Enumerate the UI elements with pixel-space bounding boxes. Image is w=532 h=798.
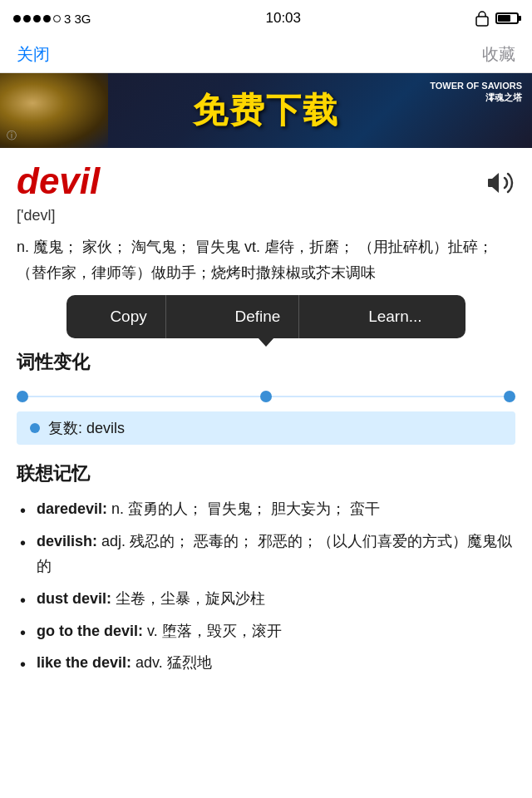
ad-banner[interactable]: 免费下载 TOWER OF SAVIORS 澪魂之塔 ⓘ	[0, 73, 532, 148]
ad-logo-line1: TOWER OF SAVIORS	[430, 80, 522, 91]
status-bar: 3 3G 10:03	[0, 0, 532, 37]
ad-logo: TOWER OF SAVIORS 澪魂之塔	[430, 80, 522, 104]
signal-dots	[13, 15, 61, 22]
ad-logo-line2: 澪魂之塔	[430, 91, 522, 103]
nav-bar: 关闭 收藏	[0, 37, 532, 73]
inflection-dot-right	[504, 391, 515, 402]
main-content: devil ['devl] n. 魔鬼； 家伙； 淘气鬼； 冒失鬼 vt. 虐待…	[0, 148, 532, 696]
close-button[interactable]: 关闭	[17, 43, 50, 66]
context-menu: Copy Define Learn...	[66, 295, 466, 338]
inflection-plural-label: 复数: devils	[48, 418, 125, 438]
memory-term-5: like the devil:	[37, 654, 131, 671]
carrier-label: 3 3G	[64, 12, 91, 26]
inflection-dot-center	[260, 391, 272, 402]
memory-list: daredevil: n. 蛮勇的人； 冒失鬼； 胆大妄为； 蛮干 devili…	[17, 496, 515, 676]
speaker-icon	[485, 177, 515, 203]
list-item: like the devil: adv. 猛烈地	[17, 650, 515, 676]
list-item: dust devil: 尘卷，尘暴，旋风沙柱	[17, 586, 515, 612]
memory-def-4: v. 堕落，毁灭，滚开	[147, 623, 282, 639]
battery-icon	[495, 12, 519, 24]
ad-text: 免费下载	[193, 87, 339, 134]
word-title: devil	[17, 161, 100, 201]
inflection-dot-left	[17, 391, 28, 402]
memory-term-3: dust devil:	[37, 590, 111, 607]
memory-def-2: adj. 残忍的； 恶毒的； 邪恶的；（以人们喜爱的方式）魔鬼似的	[37, 533, 512, 575]
phonetic: ['devl]	[17, 207, 515, 224]
memory-term-1: daredevil:	[37, 500, 107, 517]
memory-title: 联想记忆	[17, 461, 515, 486]
context-copy[interactable]: Copy	[91, 295, 165, 338]
inflection-title: 词性变化	[17, 350, 515, 375]
status-right	[475, 10, 519, 27]
lock-icon	[475, 10, 489, 27]
memory-def-5: adv. 猛烈地	[135, 654, 212, 671]
signal-dot-3	[33, 15, 41, 22]
battery-fill	[498, 15, 510, 22]
signal-dot-1	[13, 15, 21, 22]
memory-section: 联想记忆 daredevil: n. 蛮勇的人； 冒失鬼； 胆大妄为； 蛮干 d…	[17, 461, 515, 676]
memory-def-3: 尘卷，尘暴，旋风沙柱	[116, 590, 265, 607]
memory-term-4: go to the devil:	[37, 623, 143, 639]
memory-term-2: devilish:	[37, 533, 97, 549]
inflection-track	[17, 385, 515, 408]
ad-info: ⓘ	[7, 129, 17, 143]
status-left: 3 3G	[13, 12, 91, 26]
memory-def-1: n. 蛮勇的人； 冒失鬼； 胆大妄为； 蛮干	[111, 500, 380, 517]
signal-dot-4	[43, 15, 51, 22]
list-item: devilish: adj. 残忍的； 恶毒的； 邪恶的；（以人们喜爱的方式）魔…	[17, 529, 515, 579]
context-define[interactable]: Define	[216, 295, 299, 338]
speaker-button[interactable]	[485, 168, 515, 204]
signal-dot-2	[23, 15, 31, 22]
inflection-item: 复数: devils	[17, 411, 515, 445]
signal-dot-5	[53, 15, 61, 22]
time-label: 10:03	[265, 10, 301, 27]
context-menu-wrapper: Copy Define Learn...	[17, 295, 515, 338]
bookmark-button[interactable]: 收藏	[482, 43, 515, 66]
context-learn[interactable]: Learn...	[350, 295, 440, 338]
inflection-dot-inline	[30, 423, 40, 433]
svg-rect-0	[476, 17, 488, 26]
list-item: go to the devil: v. 堕落，毁灭，滚开	[17, 618, 515, 644]
list-item: daredevil: n. 蛮勇的人； 冒失鬼； 胆大妄为； 蛮干	[17, 496, 515, 522]
inflection-section: 词性变化 复数: devils	[17, 350, 515, 445]
definition: n. 魔鬼； 家伙； 淘气鬼； 冒失鬼 vt. 虐待，折磨； （用扯碎机）扯碎；…	[17, 234, 515, 285]
word-header: devil	[17, 161, 515, 204]
